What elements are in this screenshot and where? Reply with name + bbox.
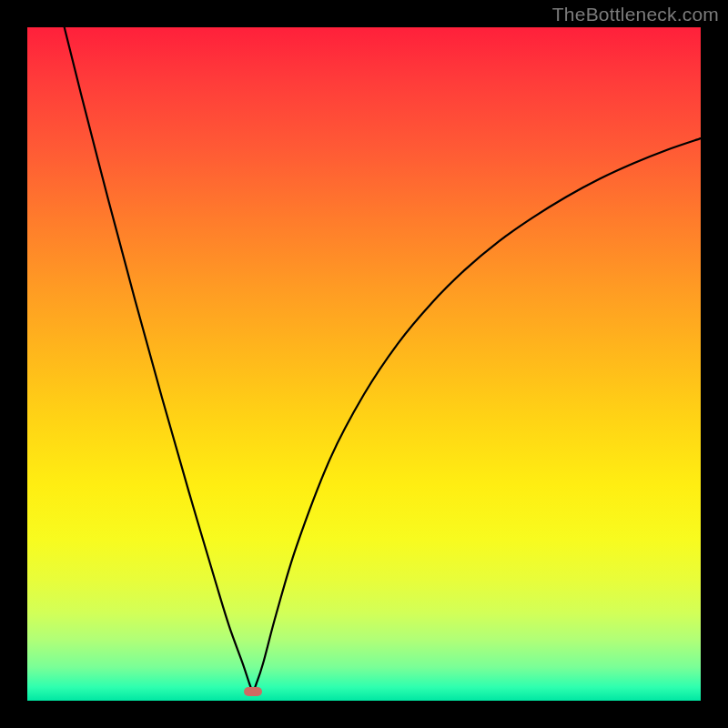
curve-svg: [27, 27, 701, 701]
plot-area: [27, 27, 701, 701]
watermark-text: TheBottleneck.com: [552, 4, 719, 25]
bottleneck-curve: [65, 27, 701, 692]
chart-frame: TheBottleneck.com: [0, 0, 728, 728]
minimum-marker: [244, 687, 262, 696]
